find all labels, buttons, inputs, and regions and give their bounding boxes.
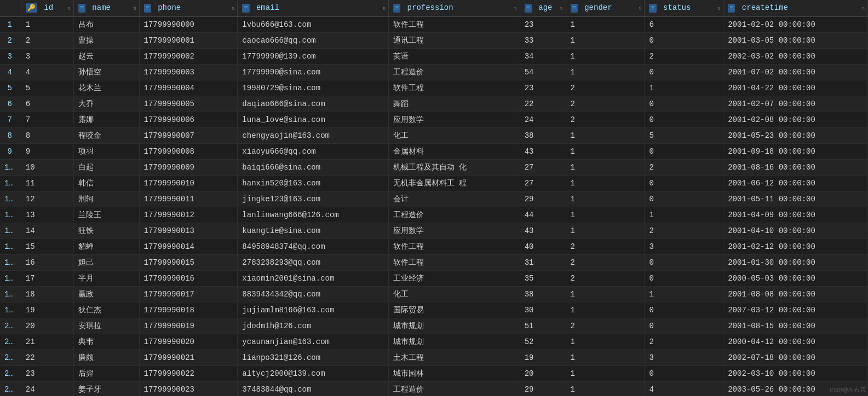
cell-id: 24 <box>21 382 73 397</box>
col-header-status-label: status <box>663 3 691 12</box>
table-row[interactable]: 99项羽17799990008xiaoyu666@qq.com金属材料43102… <box>0 144 868 160</box>
cell-name: 兰陵王 <box>73 207 139 223</box>
col-header-status[interactable]: ≡ status ⇅ <box>645 0 723 16</box>
cell-status: 6 <box>645 16 723 33</box>
table-row[interactable]: 2323后羿17799990022altycj2000@139.com城市园林2… <box>0 366 868 382</box>
cell-age: 22 <box>520 96 566 112</box>
cell-id: 18 <box>21 287 73 302</box>
cell-id: 6 <box>21 96 73 112</box>
cell-email: 84958948374@qq.com <box>238 239 389 255</box>
cell-createtime: 2001-02-08 00:00:00 <box>723 112 868 128</box>
cell-email: hanxin520@163.com <box>238 176 389 191</box>
phone-sort-icon: ⇅ <box>232 5 235 11</box>
col-header-age[interactable]: ≡ age ⇅ <box>520 0 566 16</box>
table-row[interactable]: 22曹操17799990001caocao666@qq.com通讯工程33102… <box>0 33 868 49</box>
cell-profession: 机械工程及其自动 化 <box>389 160 520 176</box>
cell-rownum: 15 <box>0 239 21 255</box>
cell-age: 51 <box>520 318 566 334</box>
cell-profession: 软件工程 <box>389 255 520 271</box>
table-row[interactable]: 1616妲己177999900152783238293@qq.com软件工程31… <box>0 255 868 271</box>
cell-gender: 1 <box>566 334 645 350</box>
cell-rownum: 5 <box>0 80 21 96</box>
cell-status: 0 <box>645 33 723 49</box>
profession-sort-icon: ⇅ <box>514 5 518 11</box>
cell-rownum: 3 <box>0 49 21 65</box>
cell-createtime: 2001-02-12 00:00:00 <box>723 239 868 255</box>
cell-createtime: 2002-07-18 00:00:00 <box>723 350 868 366</box>
cell-age: 20 <box>520 366 566 382</box>
col-header-rownum[interactable] <box>0 0 21 16</box>
cell-id: 14 <box>21 223 73 239</box>
table-row[interactable]: 66大乔17799990005daqiao666@sina.com舞蹈22202… <box>0 96 868 112</box>
cell-createtime: 2001-06-12 00:00:00 <box>723 176 868 191</box>
cell-name: 孙悟空 <box>73 65 139 80</box>
cell-age: 27 <box>520 176 566 191</box>
table-row[interactable]: 77露娜17799990006luna_love@sina.com应用数学242… <box>0 112 868 128</box>
table-row[interactable]: 1313兰陵王17799990012lanlinwang666@126.com工… <box>0 207 868 223</box>
table-row[interactable]: 1515貂蝉1779999001484958948374@qq.com软件工程4… <box>0 239 868 255</box>
cell-status: 2 <box>645 160 723 176</box>
cell-name: 赢政 <box>73 287 139 302</box>
table-row[interactable]: 1212荆轲17799990011jingke123@163.com会计2910… <box>0 191 868 207</box>
table-row[interactable]: 1111韩信17799990010hanxin520@163.com无机非金属材… <box>0 176 868 191</box>
table-header-row: 🔑 id ⇅ ≡ name ⇅ ≡ phone ⇅ ≡ email ⇅ <box>0 0 868 16</box>
cell-email: lianpo321@126.com <box>238 350 389 366</box>
table-row[interactable]: 88程咬金17799990007chengyaojin@163.com化工381… <box>0 128 868 144</box>
col-header-profession[interactable]: ≡ profession ⇅ <box>389 0 520 16</box>
data-table-container: 🔑 id ⇅ ≡ name ⇅ ≡ phone ⇅ ≡ email ⇅ <box>0 0 868 396</box>
cell-id: 21 <box>21 334 73 350</box>
cell-id: 13 <box>21 207 73 223</box>
cell-profession: 工程造价 <box>389 207 520 223</box>
table-row[interactable]: 2424姜子牙1779999002337483844@qq.com工程造价291… <box>0 382 868 397</box>
table-row[interactable]: 55花木兰1779999000419980729@sina.com软件工程232… <box>0 80 868 96</box>
col-header-createtime[interactable]: ≡ createtime ⇅ <box>723 0 868 16</box>
table-row[interactable]: 2020安琪拉17799990019jdodm1h@126.com城市规划512… <box>0 318 868 334</box>
table-row[interactable]: 1414狂铁17799990013kuangtie@sina.com应用数学43… <box>0 223 868 239</box>
col-header-email[interactable]: ≡ email ⇅ <box>238 0 389 16</box>
cell-profession: 化工 <box>389 128 520 144</box>
cell-id: 12 <box>21 191 73 207</box>
cell-phone: 17799990006 <box>139 112 238 128</box>
cell-name: 露娜 <box>73 112 139 128</box>
table-row[interactable]: 2222廉颇17799990021lianpo321@126.com土木工程19… <box>0 350 868 366</box>
col-header-phone[interactable]: ≡ phone ⇅ <box>139 0 238 16</box>
cell-status: 0 <box>645 176 723 191</box>
table-row[interactable]: 44孙悟空1779999000317799990@sina.com工程造价541… <box>0 65 868 80</box>
cell-email: 37483844@qq.com <box>238 382 389 397</box>
table-row[interactable]: 1919狄仁杰17799990018jujiamlm8166@163.com国际… <box>0 302 868 318</box>
col-header-id[interactable]: 🔑 id ⇅ <box>21 0 73 16</box>
cell-rownum: 23 <box>0 366 21 382</box>
cell-gender: 1 <box>566 33 645 49</box>
cell-status: 0 <box>645 191 723 207</box>
cell-gender: 1 <box>566 176 645 191</box>
table-row[interactable]: 11吕布17799990000lvbu666@163.com软件工程231620… <box>0 16 868 33</box>
email-sort-icon: ⇅ <box>383 5 386 11</box>
cell-email: 17799990@sina.com <box>238 65 389 80</box>
cell-email: kuangtie@sina.com <box>238 223 389 239</box>
cell-gender: 2 <box>566 318 645 334</box>
gender-sort-icon: ⇅ <box>639 5 642 11</box>
cell-createtime: 2001-03-05 00:00:00 <box>723 33 868 49</box>
table-row[interactable]: 1010白起17799990009baiqi666@sina.com机械工程及其… <box>0 160 868 176</box>
cell-rownum: 10 <box>0 160 21 176</box>
cell-gender: 1 <box>566 65 645 80</box>
cell-rownum: 14 <box>0 223 21 239</box>
cell-createtime: 2007-03-12 00:00:00 <box>723 302 868 318</box>
cell-name: 曹操 <box>73 33 139 49</box>
table-row[interactable]: 33赵云1779999000217799990@139.com英语3412200… <box>0 49 868 65</box>
createtime-col-icon: ≡ <box>728 4 735 13</box>
table-row[interactable]: 1818赢政177999900178839434342@qq.com化工3811… <box>0 287 868 302</box>
cell-profession: 会计 <box>389 191 520 207</box>
cell-createtime: 2001-08-15 00:00:00 <box>723 318 868 334</box>
col-header-gender[interactable]: ≡ gender ⇅ <box>566 0 645 16</box>
phone-col-icon: ≡ <box>144 4 151 13</box>
table-row[interactable]: 1717半月17799990016xiaomin2001@sina.com工业经… <box>0 271 868 287</box>
col-header-name[interactable]: ≡ name ⇅ <box>73 0 139 16</box>
cell-phone: 17799990004 <box>139 80 238 96</box>
table-row[interactable]: 2121典韦17799990020ycaunanjian@163.com城市规划… <box>0 334 868 350</box>
cell-profession: 国际贸易 <box>389 302 520 318</box>
cell-phone: 17799990021 <box>139 350 238 366</box>
cell-gender: 1 <box>566 49 645 65</box>
cell-rownum: 9 <box>0 144 21 160</box>
cell-profession: 城市规划 <box>389 334 520 350</box>
